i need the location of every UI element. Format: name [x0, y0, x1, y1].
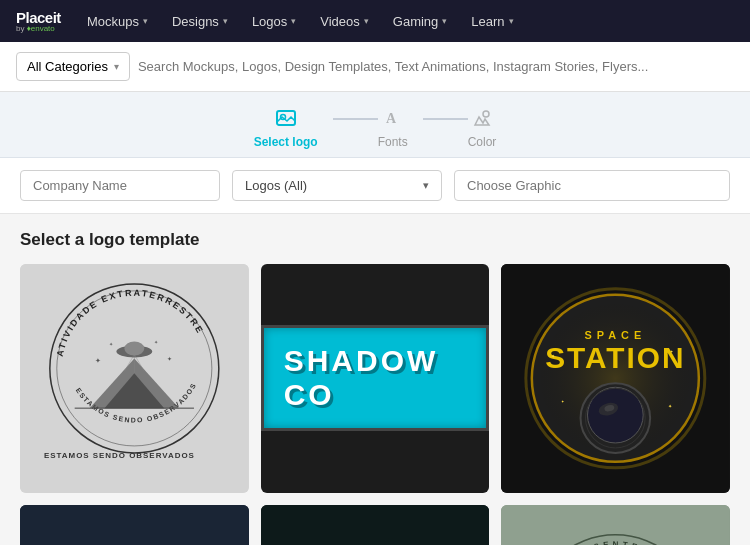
- svg-text:✦: ✦: [167, 356, 172, 362]
- template-card-2[interactable]: SHADOW CO: [261, 264, 490, 493]
- section-title: Select a logo template: [20, 230, 730, 250]
- card-2-text: SHADOW CO: [284, 344, 467, 412]
- fonts-wizard-icon: A: [379, 104, 407, 132]
- wizard-step-color[interactable]: Color: [438, 104, 527, 149]
- svg-text:✦: ✦: [95, 357, 101, 364]
- nav-gaming[interactable]: Gaming ▾: [383, 0, 458, 42]
- template-card-5[interactable]: ✦ ✦ · ·: [261, 505, 490, 545]
- template-card-4[interactable]: [20, 505, 249, 545]
- search-bar: All Categories ▾: [0, 42, 750, 92]
- chevron-down-icon: ▾: [143, 16, 148, 26]
- logo-wizard-icon: [272, 104, 300, 132]
- svg-point-12: [124, 342, 144, 356]
- chevron-down-icon: ▾: [442, 16, 447, 26]
- svg-rect-53: [261, 505, 490, 545]
- svg-text:✦: ✦: [551, 354, 555, 359]
- chevron-down-icon: ▾: [364, 16, 369, 26]
- wizard-step-select-logo[interactable]: Select logo: [224, 104, 348, 149]
- logo[interactable]: Placeit by ♦envato: [16, 10, 61, 33]
- card-1-svg: ATIVIDADE EXTRATERRESTRE ESTAMOS SENDO O…: [20, 264, 249, 493]
- chevron-down-icon: ▾: [114, 61, 119, 72]
- logos-filter-dropdown[interactable]: Logos (All) ▾: [232, 170, 442, 201]
- chevron-down-icon: ▾: [223, 16, 228, 26]
- svg-text:SPACE: SPACE: [585, 329, 647, 341]
- main-content: Select a logo template ATIVIDADE EXTRATE…: [0, 214, 750, 545]
- svg-text:✦: ✦: [668, 404, 672, 409]
- company-name-input[interactable]: [20, 170, 220, 201]
- logo-text: Placeit: [16, 10, 61, 25]
- filters-row: Logos (All) ▾: [0, 158, 750, 214]
- chevron-down-icon: ▾: [423, 179, 429, 192]
- chevron-down-icon: ▾: [291, 16, 296, 26]
- svg-text:ESTAMOS SENDO OBSERVADOS: ESTAMOS SENDO OBSERVADOS: [44, 451, 195, 460]
- chevron-down-icon: ▾: [509, 16, 514, 26]
- card-4-svg: [20, 505, 249, 545]
- choose-graphic-input[interactable]: [454, 170, 730, 201]
- template-card-1[interactable]: ATIVIDADE EXTRATERRESTRE ESTAMOS SENDO O…: [20, 264, 249, 493]
- svg-rect-38: [20, 505, 249, 545]
- svg-rect-78: [501, 505, 730, 545]
- card-3-svg: SPACE STATION ✦ ✦ ✦ ✦: [501, 264, 730, 493]
- nav-logos[interactable]: Logos ▾: [242, 0, 306, 42]
- svg-text:✦: ✦: [109, 342, 113, 347]
- logo-sub: by ♦envato: [16, 25, 61, 33]
- svg-text:STATION: STATION: [545, 341, 685, 374]
- template-grid: ATIVIDADE EXTRATERRESTRE ESTAMOS SENDO O…: [20, 264, 730, 545]
- svg-text:A: A: [386, 111, 397, 126]
- svg-point-3: [483, 111, 489, 117]
- card-5-svg: ✦ ✦ · ·: [261, 505, 490, 545]
- svg-text:✦: ✦: [154, 340, 158, 345]
- wizard-steps: Select logo A Fonts Color: [0, 92, 750, 158]
- category-dropdown[interactable]: All Categories ▾: [16, 52, 130, 81]
- wizard-step-fonts[interactable]: A Fonts: [348, 104, 438, 149]
- color-wizard-icon: [468, 104, 496, 132]
- nav-learn[interactable]: Learn ▾: [461, 0, 523, 42]
- nav-designs[interactable]: Designs ▾: [162, 0, 238, 42]
- nav-videos[interactable]: Videos ▾: [310, 0, 379, 42]
- nav-mockups[interactable]: Mockups ▾: [77, 0, 158, 42]
- navbar: Placeit by ♦envato Mockups ▾ Designs ▾ L…: [0, 0, 750, 42]
- card-6-svg: OVNI PRESENTE OVNI PRESENTE · · · · ·: [501, 505, 730, 545]
- search-input[interactable]: [138, 59, 734, 74]
- template-card-3[interactable]: SPACE STATION ✦ ✦ ✦ ✦: [501, 264, 730, 493]
- template-card-6[interactable]: OVNI PRESENTE OVNI PRESENTE · · · · ·: [501, 505, 730, 545]
